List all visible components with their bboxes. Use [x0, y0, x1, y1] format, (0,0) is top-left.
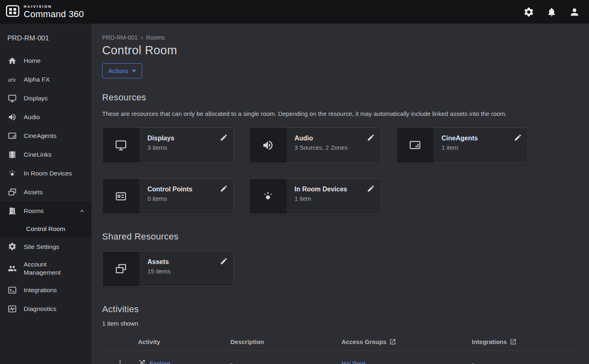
breadcrumb: PRD-RM-001 › Rooms [102, 34, 578, 41]
resource-card-displays[interactable]: Displays 3 items [102, 127, 234, 163]
edit-icon[interactable] [220, 133, 228, 143]
resources-heading: Resources [102, 92, 578, 103]
home-icon [7, 56, 17, 66]
card-subtitle: 0 items [147, 195, 228, 202]
sidebar: PRD-RM-001 Home αfx Alpha FX Displays Au… [0, 24, 91, 364]
access-group-link[interactable]: Hai Root [341, 360, 365, 364]
user-icon[interactable] [569, 7, 580, 18]
site-name: PRD-RM-001 [0, 24, 91, 51]
table-row: Explore - Hai Root - [102, 351, 578, 364]
sidebar-item-assets[interactable]: Assets [0, 183, 91, 202]
card-title: Displays [147, 135, 228, 142]
resource-card-audio[interactable]: Audio 3 Sources, 2 Zones [249, 127, 381, 163]
sidebar-item-account-management[interactable]: Account Management [0, 256, 91, 281]
resource-card-cineagents[interactable]: CineAgents 1 item [396, 127, 528, 163]
col-access-groups: Access Groups [341, 333, 472, 351]
shared-resources-cards-row: Assets 15 items [102, 251, 578, 287]
sidebar-item-diagnostics[interactable]: Diagnostics [0, 300, 91, 318]
sidebar-item-cinelinks[interactable]: CineLinks [0, 145, 91, 164]
rooms-group: Rooms Control Room [0, 202, 91, 237]
edit-icon[interactable] [220, 257, 228, 266]
breadcrumb-rooms[interactable]: Rooms [146, 34, 165, 41]
sidebar-item-in-room-devices[interactable]: In Room Devices [0, 164, 91, 183]
topbar: HAIVISION Command 360 [0, 0, 589, 24]
brand-haivision: HAIVISION [24, 5, 84, 9]
sidebar-item-rooms[interactable]: Rooms [0, 202, 91, 220]
explore-activity-icon [138, 359, 146, 364]
resources-cards-row-2: Control Points 0 items In Room Devices 1… [102, 178, 578, 214]
col-description: Description [230, 333, 341, 351]
resource-card-assets[interactable]: Assets 15 items [102, 251, 234, 287]
chevron-up-icon[interactable] [78, 207, 86, 215]
card-subtitle: 3 items [147, 144, 228, 151]
col-row-menu [102, 333, 138, 351]
sidebar-item-displays[interactable]: Displays [0, 89, 91, 108]
caret-down-icon [132, 70, 136, 72]
activities-count: 1 item shown [102, 320, 578, 327]
actions-button-label: Actions [108, 67, 128, 74]
sidebar-item-site-settings[interactable]: Site Settings [0, 237, 91, 256]
in-room-devices-icon [250, 179, 286, 214]
edit-icon[interactable] [514, 133, 522, 143]
row-menu-kebab-icon[interactable] [116, 359, 124, 364]
speaker-icon [7, 112, 17, 122]
activities-table: Activity Description Access Groups Integ… [102, 333, 578, 364]
brand[interactable]: HAIVISION Command 360 [6, 5, 84, 19]
people-icon [7, 264, 17, 273]
breadcrumb-separator: › [141, 34, 143, 41]
card-subtitle: 15 items [147, 268, 228, 275]
edit-icon[interactable] [367, 184, 375, 194]
breadcrumb-site[interactable]: PRD-RM-001 [102, 34, 138, 41]
haivision-logo [6, 5, 20, 19]
card-subtitle: 3 Sources, 2 Zones [294, 144, 375, 151]
sidebar-item-integrations[interactable]: Integrations [0, 281, 91, 300]
brand-text: HAIVISION Command 360 [24, 5, 84, 19]
display-icon [7, 93, 17, 103]
card-title: In Room Devices [294, 186, 375, 193]
brand-command360: Command 360 [24, 10, 84, 19]
resources-description: These are resources that can only be all… [102, 109, 572, 118]
sidebar-item-home[interactable]: Home [0, 51, 91, 70]
cineagents-icon [7, 131, 17, 141]
page-title: Control Room [102, 44, 578, 57]
card-title: CineAgents [442, 135, 522, 142]
cinelinks-icon [7, 150, 17, 160]
external-link-icon[interactable] [389, 338, 396, 345]
col-integrations: Integrations [472, 333, 578, 351]
speaker-icon [250, 128, 286, 163]
sidebar-item-cineagents[interactable]: CineAgents [0, 127, 91, 145]
edit-icon[interactable] [220, 184, 228, 194]
col-activity: Activity [138, 333, 230, 351]
assets-icon [103, 251, 139, 286]
display-icon [103, 128, 139, 163]
explore-link[interactable]: Explore [149, 360, 170, 364]
bell-icon[interactable] [547, 7, 557, 17]
svg-text:αfx: αfx [8, 77, 16, 83]
description-cell: - [230, 351, 341, 364]
settings-gear-icon[interactable] [523, 7, 534, 18]
assets-icon [7, 187, 17, 197]
cineagents-icon [397, 128, 433, 163]
sidebar-item-control-room[interactable]: Control Room [0, 220, 91, 237]
resource-card-in-room-devices[interactable]: In Room Devices 1 item [249, 178, 381, 214]
external-link-icon[interactable] [510, 338, 517, 345]
edit-icon[interactable] [367, 133, 375, 143]
sidebar-item-alpha-fx[interactable]: αfx Alpha FX [0, 70, 91, 89]
card-title: Audio [294, 135, 375, 142]
actions-button[interactable]: Actions [102, 63, 142, 78]
resource-card-control-points[interactable]: Control Points 0 items [102, 178, 234, 214]
sidebar-item-audio[interactable]: Audio [0, 108, 91, 127]
terminal-icon [7, 285, 17, 295]
shared-resources-heading: Shared Resources [102, 231, 578, 242]
control-points-icon [103, 179, 139, 214]
activities-heading: Activities [102, 304, 578, 315]
topbar-icons [523, 7, 580, 18]
in-room-devices-icon [7, 169, 17, 178]
integrations-cell: - [472, 351, 578, 364]
card-title: Control Points [147, 186, 228, 193]
card-title: Assets [147, 258, 228, 266]
diagnostics-icon [7, 304, 17, 314]
gear-icon [7, 242, 17, 251]
alpha-fx-icon: αfx [7, 75, 17, 84]
card-subtitle: 1 item [294, 195, 375, 202]
